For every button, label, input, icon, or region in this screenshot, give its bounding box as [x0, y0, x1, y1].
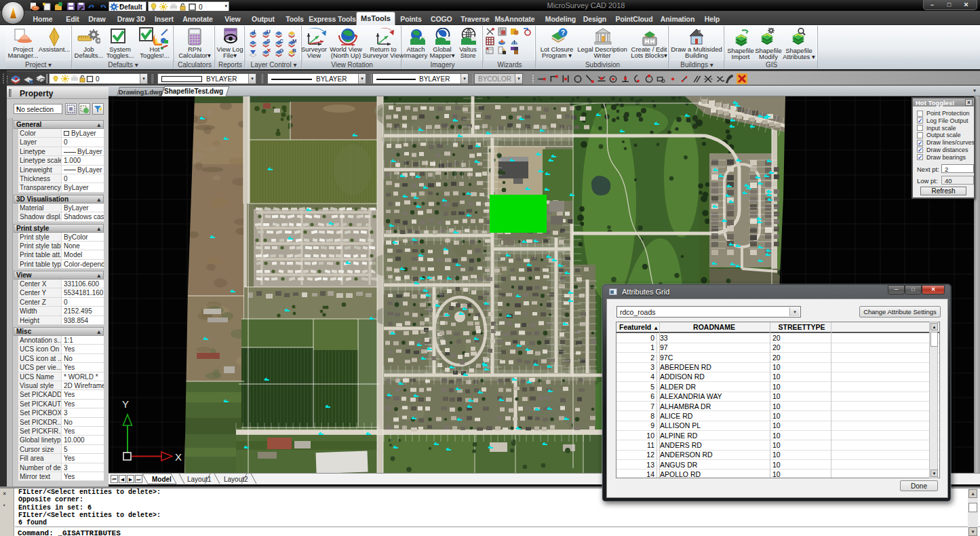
svg-text:G: G: [279, 47, 283, 54]
svg-text:I: I: [254, 28, 255, 35]
svg-text:Layout2: Layout2: [224, 476, 248, 483]
svg-text:S: S: [267, 38, 271, 44]
svg-text:U: U: [267, 28, 271, 35]
svg-text:Y: Y: [122, 398, 129, 410]
svg-text:?: ?: [561, 29, 565, 37]
svg-text:X: X: [175, 451, 182, 463]
svg-text:Layout1: Layout1: [187, 476, 212, 483]
svg-text:M: M: [292, 38, 296, 44]
svg-text:C: C: [279, 38, 283, 44]
svg-text:Model: Model: [152, 476, 172, 483]
svg-text:✕: ✕: [267, 47, 271, 54]
